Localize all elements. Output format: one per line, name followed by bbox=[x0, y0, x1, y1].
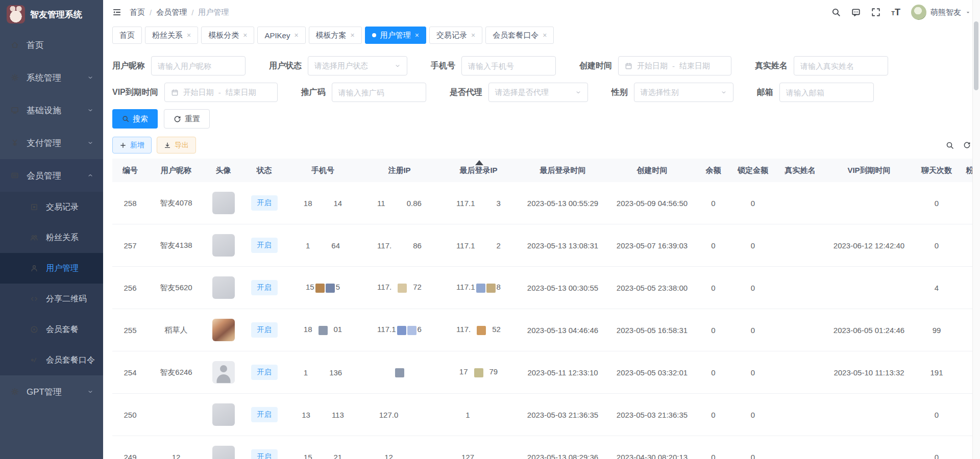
main-area: 首页/会员管理/用户管理 TT萌熊智友 首页粉丝关系×模板分类×APIKey×模… bbox=[103, 0, 980, 459]
breadcrumb-item[interactable]: 首页 bbox=[130, 8, 145, 17]
cell-nickname: 12 bbox=[148, 453, 204, 459]
column-header-last_login: 最后登录时间 bbox=[518, 166, 607, 175]
censored-gap bbox=[475, 283, 497, 293]
value-fragment: 1 bbox=[304, 368, 308, 377]
real-name-input[interactable] bbox=[794, 56, 888, 75]
fullscreen-icon[interactable] bbox=[871, 8, 880, 17]
scrollbar-thumb[interactable] bbox=[974, 21, 978, 90]
cell-status: 开启 bbox=[242, 407, 286, 422]
column-label: 状态 bbox=[257, 166, 272, 174]
sidebar-item-label: 基础设施 bbox=[27, 105, 61, 116]
user-menu[interactable]: 萌熊智友 bbox=[911, 5, 971, 20]
add-button[interactable]: 新增 bbox=[112, 137, 152, 154]
user-table: 编号用户昵称头像状态手机号注册IP最后登录IP最后登录时间创建时间余额锁定金额真… bbox=[112, 159, 980, 459]
search-icon[interactable] bbox=[831, 8, 841, 17]
tab-member-package-code[interactable]: 会员套餐口令× bbox=[485, 27, 554, 44]
tab-apikey[interactable]: APIKey× bbox=[257, 27, 305, 44]
chevron-down-icon bbox=[395, 63, 401, 69]
sidebar-item-transaction-records[interactable]: 交易记录 bbox=[0, 192, 103, 222]
mosaic-patch bbox=[476, 284, 485, 293]
sidebar-item-member-management[interactable]: 会员管理 bbox=[0, 159, 103, 192]
vertical-scrollbar[interactable] bbox=[972, 0, 980, 459]
column-label: 最后登录IP bbox=[459, 166, 497, 174]
chevron-down-icon bbox=[87, 140, 93, 146]
sidebar-item-gpt-management[interactable]: GPT管理 bbox=[0, 375, 103, 408]
status-badge: 开启 bbox=[251, 322, 278, 338]
sidebar-item-share-qrcode[interactable]: 分享二维码 bbox=[0, 284, 103, 314]
font-size-icon[interactable]: TT bbox=[891, 8, 900, 17]
is-agent-select[interactable]: 请选择是否代理 bbox=[488, 83, 588, 102]
filter-row: VIP到期时间开始日期-结束日期推广码是否代理请选择是否代理性别请选择性别邮箱 bbox=[112, 83, 971, 102]
sidebar-item-user-management[interactable]: 用户管理 bbox=[0, 253, 103, 284]
close-tab-icon[interactable]: × bbox=[187, 32, 191, 39]
column-label: 聊天次数 bbox=[921, 166, 952, 174]
created-time-daterange[interactable]: 开始日期-结束日期 bbox=[618, 56, 731, 75]
breadcrumb-item[interactable]: 会员管理 bbox=[156, 8, 187, 17]
search-button[interactable]: 搜索 bbox=[112, 109, 158, 129]
phone-input[interactable] bbox=[461, 56, 556, 75]
filter-actions: 搜索 重置 bbox=[112, 109, 971, 129]
value-fragment: 2 bbox=[497, 241, 501, 250]
nickname-input[interactable] bbox=[151, 56, 246, 75]
refresh-icon bbox=[174, 115, 181, 123]
table-refresh-icon[interactable] bbox=[963, 141, 971, 149]
sidebar-item-label: 首页 bbox=[27, 39, 44, 51]
user-avatar-image bbox=[212, 361, 235, 384]
sidebar-item-fan-relations[interactable]: 粉丝关系 bbox=[0, 222, 103, 253]
user-status-select[interactable]: 请选择用户状态 bbox=[308, 56, 407, 75]
gender-select[interactable]: 请选择性别 bbox=[634, 83, 733, 102]
close-tab-icon[interactable]: × bbox=[543, 32, 547, 39]
cell-reg_ip: 12 bbox=[360, 453, 439, 459]
sidebar-group-member-management: 会员管理交易记录粉丝关系用户管理分享二维码会员套餐会员套餐口令 bbox=[0, 159, 103, 375]
cell-locked: 0 bbox=[730, 326, 776, 335]
transaction-icon bbox=[29, 202, 39, 212]
cell-status: 开启 bbox=[242, 280, 286, 295]
export-button[interactable]: 导出 bbox=[157, 137, 196, 154]
status-badge: 开启 bbox=[251, 449, 278, 459]
sidebar-item-infrastructure[interactable]: 基础设施 bbox=[0, 94, 103, 126]
sidebar-item-label: 支付管理 bbox=[27, 137, 61, 149]
column-label: VIP到期时间 bbox=[847, 166, 890, 174]
cell-last_login: 2023-05-13 13:08:31 bbox=[518, 241, 607, 250]
table-search-icon[interactable] bbox=[946, 141, 954, 149]
close-tab-icon[interactable]: × bbox=[243, 32, 247, 39]
collapse-sidebar-icon[interactable] bbox=[112, 8, 121, 17]
sidebar-item-member-package[interactable]: 会员套餐 bbox=[0, 314, 103, 345]
vip-expire-time-daterange[interactable]: 开始日期-结束日期 bbox=[164, 83, 278, 102]
close-tab-icon[interactable]: × bbox=[415, 32, 419, 39]
close-tab-icon[interactable]: × bbox=[294, 32, 298, 39]
message-icon[interactable] bbox=[851, 8, 861, 17]
tab-transaction-records[interactable]: 交易记录× bbox=[429, 27, 482, 44]
column-header-created: 创建时间 bbox=[607, 166, 697, 175]
cell-avatar bbox=[204, 319, 242, 341]
mosaic-patch bbox=[398, 284, 407, 293]
email-input[interactable] bbox=[779, 83, 874, 102]
value-fragment: 11 bbox=[377, 199, 385, 208]
sidebar-item-system-management[interactable]: 系统管理 bbox=[0, 61, 103, 94]
tab-template-category[interactable]: 模板分类× bbox=[201, 27, 254, 44]
search-icon bbox=[122, 115, 129, 122]
column-label: 头像 bbox=[216, 166, 231, 174]
tab-user-management[interactable]: 用户管理× bbox=[365, 27, 426, 44]
cell-last_ip: 127 bbox=[439, 453, 518, 459]
filter-label: 推广码 bbox=[301, 87, 326, 98]
filter-label: 邮箱 bbox=[757, 87, 773, 98]
cell-balance: 0 bbox=[697, 368, 730, 377]
column-header-phone: 手机号 bbox=[286, 166, 360, 175]
sidebar-item-member-package-code[interactable]: 会员套餐口令 bbox=[0, 345, 103, 375]
close-tab-icon[interactable]: × bbox=[351, 32, 355, 39]
close-tab-icon[interactable]: × bbox=[471, 32, 475, 39]
reset-button[interactable]: 重置 bbox=[164, 109, 210, 129]
mosaic-patch bbox=[486, 284, 496, 293]
cell-balance: 0 bbox=[697, 199, 730, 208]
cell-avatar bbox=[204, 192, 242, 214]
promo-code-input[interactable] bbox=[332, 83, 426, 102]
value-fragment: 117.1 bbox=[456, 199, 475, 208]
sidebar-item-home[interactable]: 首页 bbox=[0, 29, 103, 61]
tab-template-plan[interactable]: 模板方案× bbox=[309, 27, 362, 44]
column-label: 最后登录时间 bbox=[540, 166, 586, 174]
tab-home[interactable]: 首页 bbox=[112, 27, 142, 44]
tab-fan-relations[interactable]: 粉丝关系× bbox=[145, 27, 198, 44]
cell-last_login: 2023-05-13 04:46:46 bbox=[518, 326, 607, 335]
sidebar-item-payment-management[interactable]: 支付管理 bbox=[0, 126, 103, 159]
